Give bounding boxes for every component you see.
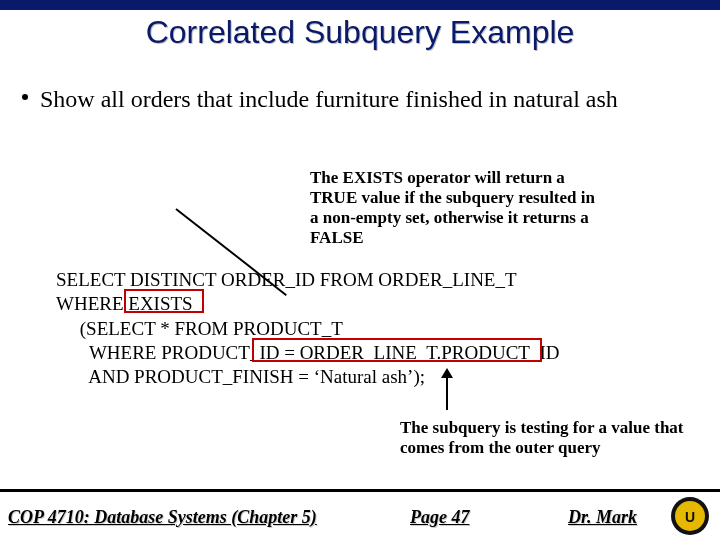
slide-title: Correlated Subquery Example xyxy=(0,14,720,51)
sql-line: SELECT DISTINCT ORDER_ID FROM ORDER_LINE… xyxy=(56,269,517,290)
bullet-text: Show all orders that include furniture f… xyxy=(40,86,700,114)
sql-code-block: SELECT DISTINCT ORDER_ID FROM ORDER_LINE… xyxy=(56,268,690,390)
sql-line: AND PRODUCT_FINISH = ‘Natural ash’); xyxy=(56,366,425,387)
slide: Correlated Subquery Example Show all ord… xyxy=(0,0,720,540)
note-correlated: The subquery is testing for a value that… xyxy=(400,418,700,458)
arrow-up-icon xyxy=(446,370,448,410)
sql-line: (SELECT * FROM PRODUCT_T xyxy=(56,318,343,339)
highlight-box-correlation xyxy=(252,338,542,362)
footer-divider xyxy=(0,489,720,492)
highlight-box-exists xyxy=(124,289,204,313)
top-bar xyxy=(0,0,720,10)
footer-course: COP 4710: Database Systems (Chapter 5) xyxy=(8,507,317,528)
svg-text:U: U xyxy=(685,509,695,525)
footer-page: Page 47 xyxy=(410,507,469,528)
footer: COP 4710: Database Systems (Chapter 5) P… xyxy=(0,494,720,540)
footer-author: Dr. Mark xyxy=(568,507,637,528)
note-exists: The EXISTS operator will return a TRUE v… xyxy=(310,168,600,248)
ucf-logo-icon: U xyxy=(670,496,710,536)
bullet-item: Show all orders that include furniture f… xyxy=(22,86,700,114)
bullet-dot-icon xyxy=(22,94,28,100)
